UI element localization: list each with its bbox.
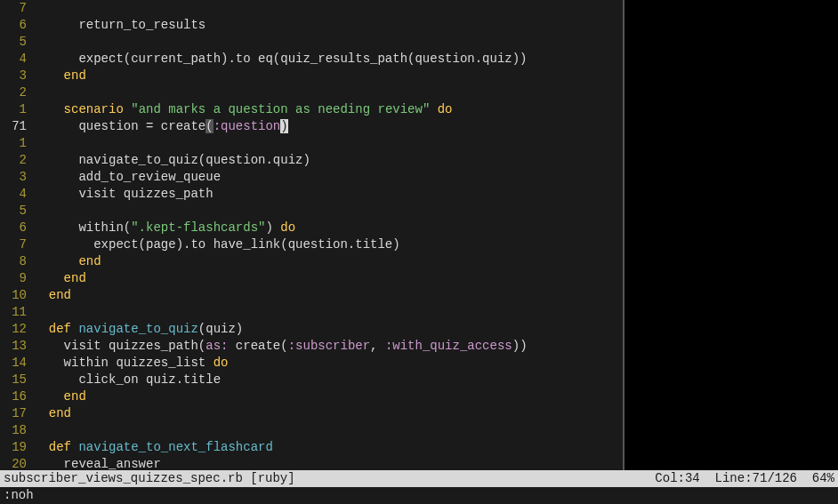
line-number: 2: [0, 152, 27, 169]
code-line: scenario "and marks a question as needin…: [34, 101, 623, 118]
editor-pane[interactable]: 7 6 5 4 3 2 1 71 1 2 3 4 5 6 7 8 9 10 11…: [0, 0, 838, 470]
command-line[interactable]: :noh: [0, 487, 838, 504]
line-number: 7: [0, 236, 27, 253]
code-line: end: [34, 253, 623, 270]
line-number: 5: [0, 34, 27, 51]
line-number-gutter: 7 6 5 4 3 2 1 71 1 2 3 4 5 6 7 8 9 10 11…: [0, 0, 34, 470]
line-number: 1: [0, 135, 27, 152]
matching-paren: (: [205, 119, 213, 133]
code-line: expect(page).to have_link(question.title…: [34, 236, 623, 253]
line-number: 10: [0, 287, 27, 304]
status-file: subscriber_views_quizzes_spec.rb [ruby]: [4, 470, 655, 487]
cursor: ): [280, 119, 287, 133]
code-line: visit quizzes_path(as: create(:subscribe…: [34, 338, 623, 355]
code-line: navigate_to_quiz(question.quiz): [34, 152, 623, 169]
line-number: 7: [0, 0, 27, 17]
code-line: [34, 135, 623, 152]
line-number: 6: [0, 17, 27, 34]
code-line: [34, 422, 623, 439]
line-number: 13: [0, 338, 27, 355]
code-line: add_to_review_queue: [34, 169, 623, 186]
line-number: 4: [0, 186, 27, 203]
line-number: 2: [0, 84, 27, 101]
code-line: expect(current_path).to eq(quiz_results_…: [34, 51, 623, 68]
line-number: 17: [0, 405, 27, 422]
line-number: 4: [0, 51, 27, 68]
code-line: end: [34, 405, 623, 422]
line-number: 15: [0, 372, 27, 388]
code-line: [34, 203, 623, 220]
line-number: 3: [0, 68, 27, 84]
right-margin-column: [623, 0, 838, 470]
code-line: within quizzes_list do: [34, 355, 623, 372]
status-bar: subscriber_views_quizzes_spec.rb [ruby] …: [0, 470, 838, 487]
line-number: 1: [0, 101, 27, 118]
code-line: [34, 84, 623, 101]
line-number: 18: [0, 422, 27, 439]
line-number: 6: [0, 220, 27, 236]
code-line: end: [34, 68, 623, 84]
code-line: [34, 304, 623, 321]
line-number: 11: [0, 304, 27, 321]
code-line: [34, 0, 623, 17]
line-number: 8: [0, 253, 27, 270]
line-number: 14: [0, 355, 27, 372]
line-number: 5: [0, 203, 27, 220]
line-number: 19: [0, 439, 27, 456]
line-number: 16: [0, 388, 27, 405]
line-number: 12: [0, 321, 27, 338]
code-line: within(".kept-flashcards") do: [34, 220, 623, 236]
code-line: def navigate_to_next_flashcard: [34, 439, 623, 456]
code-line: end: [34, 287, 623, 304]
line-number: 3: [0, 169, 27, 186]
code-line: visit quizzes_path: [34, 186, 623, 203]
code-line: [34, 34, 623, 51]
code-line: return_to_results: [34, 17, 623, 34]
code-line: end: [34, 388, 623, 405]
code-area[interactable]: return_to_results expect(current_path).t…: [34, 0, 623, 470]
line-number-current: 71: [0, 118, 27, 135]
line-number: 9: [0, 270, 27, 287]
status-position: Col:34 Line:71/126 64%: [655, 470, 834, 487]
code-line-current: question = create(:question): [34, 118, 623, 135]
code-line: click_on quiz.title: [34, 372, 623, 388]
code-line: def navigate_to_quiz(quiz): [34, 321, 623, 338]
code-line: end: [34, 270, 623, 287]
